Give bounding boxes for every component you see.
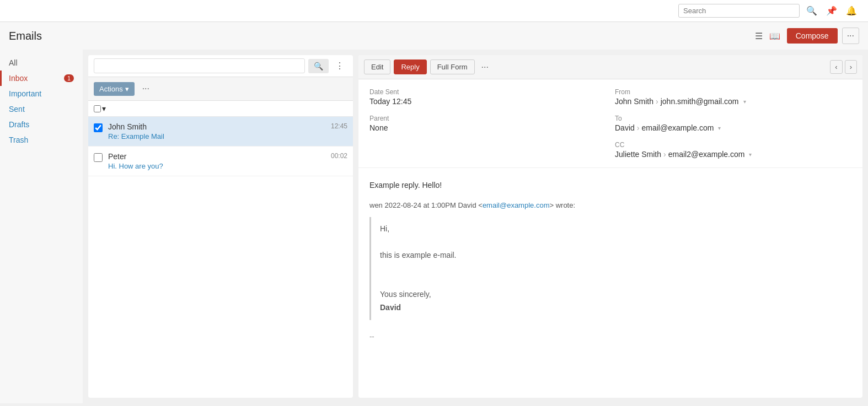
parent-section: Parent None [369, 115, 606, 132]
sidebar-item-important-label: Important [9, 89, 41, 98]
quoted-sig: David [380, 301, 843, 315]
detail-nav: ‹ › [830, 60, 857, 74]
from-arrow: › [656, 97, 658, 106]
email-1-checkbox[interactable] [94, 123, 103, 132]
top-bar: 🔍 📌 🔔 [0, 0, 868, 22]
date-sent-value: Today 12:45 [369, 97, 606, 106]
email-2-time: 00:02 [331, 152, 347, 160]
parent-label: Parent [369, 115, 606, 122]
view-toggle: ☰ 📖 [753, 29, 783, 44]
from-section: From John Smith › john.smith@gmail.com ▾ [615, 88, 851, 106]
email-list-header: ▾ [88, 101, 353, 117]
prev-button[interactable]: ‹ [830, 60, 842, 74]
to-value: David › email@example.com ▾ [615, 123, 851, 132]
email-item-2[interactable]: Peter Hi. How are you? 00:02 [88, 147, 353, 176]
cc-arrow: › [663, 150, 666, 159]
date-sent-label: Date Sent [369, 88, 606, 96]
email-signature: -- [369, 331, 851, 343]
email-2-from: Peter [108, 152, 326, 161]
cc-email: email2@example.com [668, 150, 745, 159]
email-list-toolbar: Actions ▾ ··· [88, 77, 353, 101]
actions-dropdown-arrow: ▾ [125, 85, 129, 93]
reply-text: Example reply. Hello! [369, 179, 851, 191]
cc-label: CC [615, 141, 851, 149]
cc-placeholder [369, 141, 606, 159]
wrote-link[interactable]: email@example.com [483, 201, 550, 209]
reply-button[interactable]: Reply [394, 59, 426, 74]
search-row: 🔍 ⋮ [88, 55, 353, 77]
actions-button[interactable]: Actions ▾ [94, 82, 135, 96]
actions-label: Actions [99, 85, 123, 93]
email-1-from: John Smith [108, 122, 326, 131]
to-dropdown-arrow[interactable]: ▾ [718, 125, 721, 131]
sidebar-item-sent[interactable]: Sent [0, 101, 83, 117]
top-bar-right: 🔍 📌 🔔 [678, 3, 859, 18]
from-value: John Smith › john.smith@gmail.com ▾ [615, 97, 851, 106]
cc-section: CC Juliette Smith › email2@example.com ▾ [615, 141, 851, 159]
main-layout: All Inbox 1 Important Sent Drafts Trash … [0, 50, 868, 403]
from-label: From [615, 88, 851, 96]
full-form-button[interactable]: Full Form [430, 59, 475, 74]
list-view-button[interactable]: ☰ [753, 29, 765, 44]
sidebar-item-sent-label: Sent [9, 105, 25, 113]
compose-button[interactable]: Compose [787, 28, 838, 44]
cc-dropdown-arrow[interactable]: ▾ [749, 151, 752, 158]
notifications-button[interactable]: 📌 [824, 3, 839, 18]
parent-value: None [369, 123, 606, 132]
select-all-input[interactable] [94, 105, 101, 112]
search-input[interactable] [678, 4, 800, 18]
list-search-input[interactable] [94, 58, 305, 73]
email-body: Example reply. Hello! wen 2022-08-24 at … [358, 168, 862, 398]
detail-more-button[interactable]: ··· [478, 60, 492, 74]
inbox-badge: 1 [64, 74, 74, 82]
sidebar-item-all[interactable]: All [0, 55, 83, 71]
select-arrow: ▾ [102, 104, 106, 113]
quoted-line-3: Yous sincerely, [380, 288, 843, 301]
to-section: To David › email@example.com ▾ [615, 115, 851, 132]
header-actions: ☰ 📖 Compose ··· [753, 28, 859, 44]
cc-name: Juliette Smith [615, 150, 661, 159]
next-button[interactable]: › [845, 60, 857, 74]
book-view-button[interactable]: 📖 [767, 29, 783, 44]
page-title: Emails [9, 30, 42, 42]
search-icon-button[interactable]: 🔍 [804, 3, 819, 18]
wrote-line: wen 2022-08-24 at 1:00PM David <email@ex… [369, 200, 851, 212]
from-name: John Smith [615, 97, 653, 106]
sidebar-item-important[interactable]: Important [0, 86, 83, 101]
email-detail-panel: Edit Reply Full Form ··· ‹ › Date Sent T… [358, 55, 862, 398]
list-kebab-button[interactable]: ⋮ [332, 58, 347, 73]
detail-toolbar: Edit Reply Full Form ··· ‹ › [358, 55, 862, 79]
quoted-block: Hi, this is example e-mail. Yous sincere… [369, 217, 851, 320]
to-label: To [615, 115, 851, 122]
edit-button[interactable]: Edit [364, 59, 390, 74]
sidebar-item-inbox-label: Inbox [9, 74, 28, 83]
email-1-content: John Smith Re: Example Mail [108, 122, 326, 140]
quoted-line-2: this is example e-mail. [380, 249, 843, 262]
list-search-button[interactable]: 🔍 [308, 59, 329, 73]
email-2-checkbox[interactable] [94, 153, 103, 162]
page-more-button[interactable]: ··· [842, 28, 859, 44]
from-dropdown-arrow[interactable]: ▾ [743, 99, 746, 105]
email-item-1[interactable]: John Smith Re: Example Mail 12:45 [88, 117, 353, 147]
email-2-subject: Hi. How are you? [108, 162, 326, 170]
email-1-time: 12:45 [331, 122, 347, 130]
content-area: 🔍 ⋮ Actions ▾ ··· ▾ [83, 50, 868, 403]
sidebar-item-drafts[interactable]: Drafts [0, 117, 83, 132]
sidebar: All Inbox 1 Important Sent Drafts Trash [0, 50, 83, 403]
to-arrow: › [637, 123, 640, 132]
email-2-content: Peter Hi. How are you? [108, 152, 326, 170]
sidebar-item-trash[interactable]: Trash [0, 132, 83, 148]
select-all-checkbox[interactable]: ▾ [94, 104, 106, 113]
bell-button[interactable]: 🔔 [844, 3, 859, 18]
sidebar-item-drafts-label: Drafts [9, 120, 29, 129]
sidebar-item-trash-label: Trash [9, 136, 28, 144]
email-meta: Date Sent Today 12:45 From John Smith › … [358, 79, 862, 168]
toolbar-more-button[interactable]: ··· [139, 82, 153, 96]
to-name: David [615, 123, 635, 132]
sidebar-item-inbox[interactable]: Inbox 1 [0, 71, 83, 86]
from-email: john.smith@gmail.com [661, 97, 739, 106]
date-sent-section: Date Sent Today 12:45 [369, 88, 606, 106]
cc-value: Juliette Smith › email2@example.com ▾ [615, 150, 851, 159]
email-list-panel: 🔍 ⋮ Actions ▾ ··· ▾ [88, 55, 353, 398]
to-email: email@example.com [641, 123, 714, 132]
